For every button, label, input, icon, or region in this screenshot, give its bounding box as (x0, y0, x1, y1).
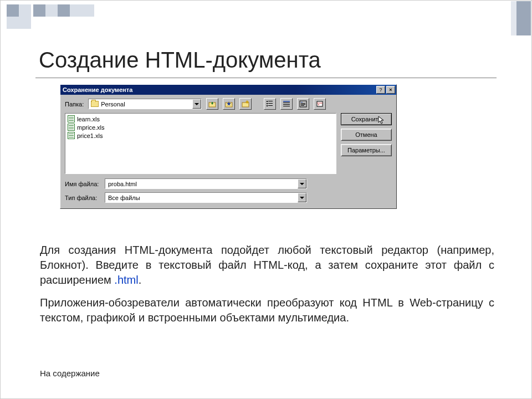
file-name: mprice.xls (77, 124, 105, 131)
dialog-titlebar[interactable]: Сохранение документа ? × (60, 85, 396, 95)
svg-rect-9 (267, 103, 268, 104)
question-icon: ? (379, 88, 382, 93)
file-item[interactable]: learn.xls (66, 115, 335, 123)
filename-value: proba.html (108, 181, 137, 187)
new-folder-button[interactable] (239, 98, 252, 110)
file-item[interactable]: mprice.xls (66, 123, 335, 131)
extension-highlight: .html (114, 274, 138, 286)
save-button[interactable]: Сохранить (341, 113, 392, 125)
details-view-button[interactable] (280, 98, 293, 110)
right-decoration-2 (511, 1, 516, 35)
svg-rect-3 (242, 103, 249, 107)
corner-decoration (7, 4, 94, 29)
svg-rect-10 (267, 105, 268, 106)
svg-rect-17 (283, 106, 290, 106)
title-underline (35, 78, 497, 78)
paragraph-1c: . (139, 274, 142, 286)
svg-rect-14 (283, 101, 290, 102)
file-item[interactable]: price1.xls (66, 131, 335, 140)
page-title: Создание HTML-документа (39, 48, 321, 73)
filetype-value: Все файлы (108, 195, 140, 201)
chevron-down-icon[interactable] (192, 99, 201, 109)
svg-rect-15 (283, 103, 290, 103)
xls-icon (68, 132, 75, 139)
paragraph-2: Приложения-обозреватели автоматически пр… (40, 295, 494, 325)
svg-rect-21 (301, 104, 305, 105)
filetype-label: Тип файла: (65, 195, 101, 201)
tools-button[interactable] (314, 98, 326, 110)
filetype-dropdown[interactable]: Все файлы (105, 192, 307, 203)
list-view-button[interactable] (264, 98, 276, 110)
folder-label: Папка: (65, 101, 84, 108)
right-decoration (516, 1, 531, 35)
close-icon: × (389, 88, 392, 93)
properties-button[interactable] (297, 98, 309, 110)
folder-icon (91, 101, 99, 107)
filename-input[interactable]: proba.html (105, 178, 307, 189)
folder-dropdown[interactable]: Personal (88, 99, 202, 109)
toc-link[interactable]: На содержание (40, 369, 100, 378)
favorites-button[interactable] (223, 98, 235, 110)
xls-icon (68, 124, 75, 131)
svg-rect-16 (283, 104, 290, 105)
svg-rect-19 (301, 102, 303, 103)
file-list[interactable]: learn.xls mprice.xls price1.xls (65, 113, 336, 174)
body-text: Для создания HTML-документа подойдет люб… (40, 243, 494, 333)
svg-rect-23 (317, 101, 323, 106)
close-button[interactable]: × (386, 86, 395, 94)
svg-rect-8 (267, 101, 268, 102)
chevron-down-icon[interactable] (298, 193, 306, 202)
svg-rect-22 (301, 105, 304, 106)
help-button[interactable]: ? (376, 86, 385, 94)
file-name: price1.xls (77, 132, 103, 139)
dialog-title: Сохранение документа (63, 86, 132, 93)
file-name: learn.xls (77, 116, 100, 122)
svg-rect-20 (301, 103, 305, 104)
svg-point-25 (318, 104, 319, 105)
save-dialog: Сохранение документа ? × Папка: Personal (60, 84, 397, 209)
chevron-down-icon[interactable] (298, 179, 306, 188)
svg-rect-12 (268, 103, 273, 104)
paragraph-1a: Для создания HTML-документа подойдет люб… (40, 244, 494, 286)
svg-rect-13 (268, 105, 273, 106)
cancel-button[interactable]: Отмена (341, 129, 392, 141)
xls-icon (68, 115, 75, 122)
folder-value: Personal (101, 101, 125, 108)
svg-rect-18 (300, 101, 306, 107)
svg-rect-11 (268, 101, 273, 101)
parameters-button[interactable]: Параметры... (341, 144, 392, 156)
filename-label: Имя файла: (65, 181, 101, 187)
up-folder-button[interactable] (206, 98, 218, 110)
